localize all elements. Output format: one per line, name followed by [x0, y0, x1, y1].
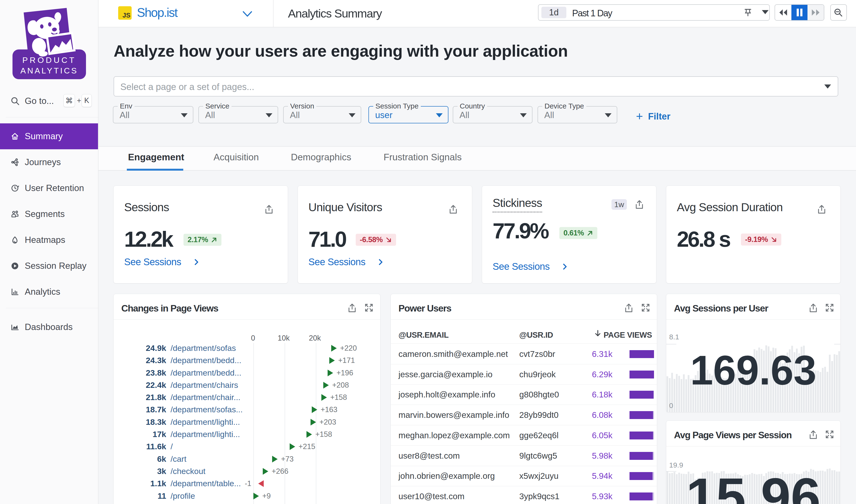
svg-text:ANALYTICS: ANALYTICS — [20, 66, 78, 75]
svg-text:PRODUCT: PRODUCT — [22, 55, 76, 65]
